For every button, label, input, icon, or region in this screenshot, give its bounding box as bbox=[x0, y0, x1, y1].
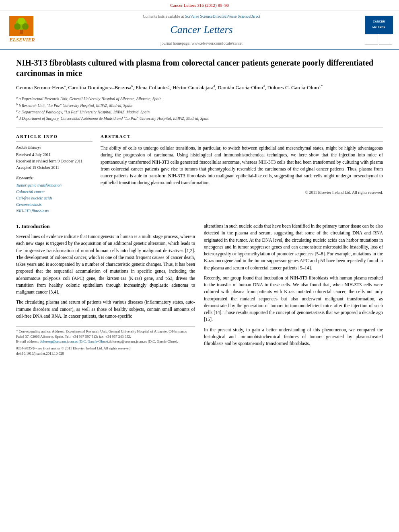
affil-a: a a Experimental Research Unit, General … bbox=[16, 95, 383, 102]
sciverse-link[interactable]: SciVerse ScienceDirect bbox=[185, 14, 223, 18]
sup-c1: c bbox=[169, 84, 170, 88]
author-carolina: Carolina Domínguez–Berzosa bbox=[68, 84, 132, 90]
keyword-3: Cell-free nucleic acids bbox=[16, 195, 93, 201]
journal-homepage: journal homepage: www.elsevier.com/locat… bbox=[160, 41, 243, 46]
abstract-copyright: © 2011 Elsevier Ireland Ltd. All rights … bbox=[101, 190, 383, 195]
doi: doi:10.1016/j.canlet.2011.10.028 bbox=[16, 351, 195, 356]
sup-a1: a bbox=[64, 84, 66, 88]
logo-images-row bbox=[365, 35, 393, 45]
abstract-section-label: Abstract bbox=[101, 134, 383, 142]
contents-available-text: Contents lists available at bbox=[143, 14, 184, 18]
abstract-col: Abstract The ability of cells to undergo… bbox=[101, 134, 383, 215]
journal-title: Cancer Letters bbox=[170, 23, 232, 37]
body-left-col: 1. Introduction Several lines of evidenc… bbox=[16, 223, 195, 356]
cancer-letters-logo-svg: CANCER LETTERS bbox=[367, 16, 391, 33]
sciverse-line: Contents lists available at SciVerse Sci… bbox=[143, 14, 260, 19]
sciverse-link-text: SciVerse ScienceDirect bbox=[222, 14, 260, 18]
sup-d1: d bbox=[214, 84, 215, 88]
keyword-2: Colorectal cancer bbox=[16, 189, 93, 195]
right-para-1: alterations in such nucleic acids that h… bbox=[204, 223, 383, 271]
article-info-section-label: Article Info bbox=[16, 134, 93, 142]
body-right-col: alterations in such nucleic acids that h… bbox=[204, 223, 383, 356]
info-abstract-row: Article Info Article history: Received 4… bbox=[16, 134, 383, 215]
affil-b: b b Research Unit, "La Paz" University H… bbox=[16, 102, 383, 109]
keyword-4: Genometastasis bbox=[16, 202, 93, 207]
svg-point-3 bbox=[22, 23, 29, 30]
elsevier-tree-svg bbox=[12, 18, 31, 35]
author-hector: Héctor Guadalajara bbox=[173, 84, 213, 90]
authors-line: Gemma Serrano-Herasa, Carolina Domínguez… bbox=[16, 84, 383, 92]
affiliations-block: a a Experimental Research Unit, General … bbox=[16, 95, 383, 121]
citation-bar: Cancer Letters 316 (2012) 85–90 bbox=[0, 0, 399, 10]
email-address: doloresg@sescam.jccm.es (D.C. García-Olm… bbox=[39, 339, 109, 343]
email-label: E-mail address: bbox=[16, 339, 39, 343]
journal-header: ELSEVIER Contents lists available at Sci… bbox=[0, 10, 399, 50]
affil-d: d d Department of Surgery, Universidad A… bbox=[16, 115, 383, 121]
keywords-label: Keywords: bbox=[16, 175, 93, 181]
logo-thumb-1 bbox=[365, 35, 378, 45]
article-history-label: Article history: bbox=[16, 145, 93, 150]
intro-para-1: Several lines of evidence indicate that … bbox=[16, 233, 195, 296]
cancer-letters-logo-area: CANCER LETTERS bbox=[363, 14, 395, 46]
intro-heading: 1. Introduction bbox=[16, 223, 195, 230]
footnote-corresponding: * Corresponding author. Address: Experim… bbox=[16, 329, 195, 339]
article-info-col: Article Info Article history: Received 4… bbox=[16, 134, 93, 215]
svg-text:CANCER: CANCER bbox=[373, 20, 385, 23]
keyword-5: NIH-3T3 fibroblasts bbox=[16, 208, 93, 214]
revised-date: Received in revised form 9 October 2011 bbox=[16, 158, 93, 164]
elsevier-wordmark: ELSEVIER bbox=[9, 36, 35, 43]
received-date: Received 4 July 2011 bbox=[16, 152, 93, 158]
sup-ad: a,* bbox=[319, 84, 323, 88]
footnote-email: E-mail address: doloresg@sescam.jccm.es … bbox=[16, 339, 195, 344]
svg-text:LETTERS: LETTERS bbox=[372, 25, 385, 28]
author-damian: Damián García-Olmo bbox=[218, 84, 263, 90]
elsevier-logo-area: ELSEVIER bbox=[4, 14, 40, 46]
affil-c: c c Department of Pathology, "La Paz" Un… bbox=[16, 109, 383, 115]
cancer-letters-logo-box: CANCER LETTERS bbox=[365, 16, 393, 34]
right-para-3: In the present study, to gain a better u… bbox=[204, 327, 383, 347]
abstract-text: The ability of cells to undergo cellular… bbox=[101, 145, 383, 187]
svg-point-2 bbox=[14, 23, 21, 30]
journal-title-area: Contents lists available at SciVerse Sci… bbox=[44, 14, 359, 46]
citation-text: Cancer Letters 316 (2012) 85–90 bbox=[170, 3, 229, 8]
body-two-col: 1. Introduction Several lines of evidenc… bbox=[16, 223, 383, 356]
footnote-bar: * Corresponding author. Address: Experim… bbox=[16, 326, 195, 356]
intro-para-2: The circulating plasma and serum of pati… bbox=[16, 299, 195, 320]
article-title: NIH-3T3 fibroblasts cultured with plasma… bbox=[16, 58, 383, 78]
right-para-2: Recently, our group found that incubatio… bbox=[204, 275, 383, 323]
accepted-date: Accepted 19 October 2011 bbox=[16, 165, 93, 170]
author-elena: Elena Collantes bbox=[136, 84, 169, 90]
logo-thumb-2 bbox=[379, 35, 392, 45]
author-gemma: Gemma Serrano-Heras bbox=[16, 84, 64, 90]
elsevier-tree-icon bbox=[9, 16, 33, 36]
svg-rect-5 bbox=[367, 16, 391, 33]
sup-d2: d bbox=[263, 84, 265, 88]
sup-b1: b bbox=[132, 84, 133, 88]
main-content: NIH-3T3 fibroblasts cultured with plasma… bbox=[0, 50, 399, 364]
header-divider bbox=[16, 127, 383, 128]
author-dolores: Dolores C. García-Olmo bbox=[267, 84, 319, 90]
copyright-footer: 0304-3835/$ - see front matter © 2011 El… bbox=[16, 346, 195, 351]
body-content: 1. Introduction Several lines of evidenc… bbox=[16, 223, 383, 356]
keyword-1: Tumorigenic transformation bbox=[16, 183, 93, 188]
